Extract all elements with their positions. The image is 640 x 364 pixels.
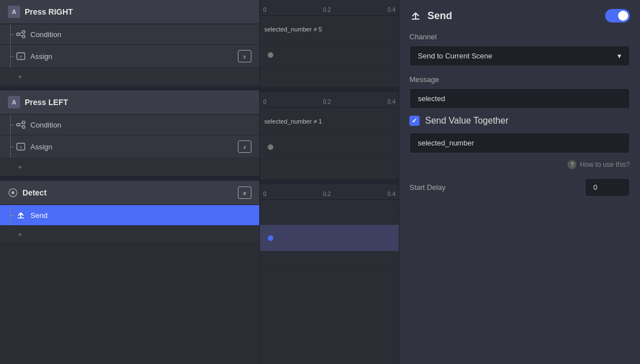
value-field[interactable]: selected_number bbox=[409, 133, 630, 153]
ruler-label-02-pl: 0.2 bbox=[323, 99, 331, 105]
right-panel: Send Channel Send to Current Scene ▾ Mes… bbox=[399, 0, 640, 364]
block-title-detect: Detect bbox=[22, 188, 47, 197]
assign-item-press-left[interactable]: x Assign x bbox=[0, 135, 259, 158]
letter-icon-press-left: A bbox=[8, 96, 20, 108]
send-value-together-row: Send Value Together bbox=[409, 116, 630, 126]
add-icon-detect: + bbox=[18, 230, 22, 239]
toggle-switch[interactable] bbox=[605, 9, 630, 22]
panel-send-label: Send bbox=[427, 10, 452, 22]
detect-icon bbox=[8, 188, 18, 198]
svg-point-7 bbox=[17, 124, 20, 126]
timeline-add-row-detect bbox=[260, 252, 399, 272]
message-field[interactable]: selected bbox=[409, 88, 630, 109]
timeline-condition-text-pr: selected_number ≠ 5 bbox=[264, 26, 322, 33]
x-box-icon-press-left[interactable]: x bbox=[238, 140, 251, 153]
start-delay-input[interactable]: 0 bbox=[585, 178, 630, 197]
svg-point-0 bbox=[17, 33, 20, 36]
assign-icon-press-left: x bbox=[16, 142, 26, 152]
timeline-dot-assign-pl bbox=[268, 144, 273, 150]
timeline-panel: 0 0.2 0.4 selected_number ≠ 5 0 0.2 0.4 … bbox=[260, 0, 399, 364]
ruler-label-02-d: 0.2 bbox=[323, 191, 331, 197]
send-value-checkbox[interactable] bbox=[409, 116, 420, 126]
add-item-press-left[interactable]: + bbox=[0, 158, 259, 176]
ruler-label-04-d: 0.4 bbox=[387, 191, 395, 197]
value-field-text: selected_number bbox=[418, 139, 474, 147]
timeline-dot-send bbox=[268, 235, 273, 241]
channel-value: Send to Current Scene bbox=[418, 52, 492, 60]
channel-dropdown[interactable]: Send to Current Scene ▾ bbox=[409, 46, 630, 66]
timeline-add-row-pl bbox=[260, 160, 399, 180]
panel-header: Send bbox=[409, 9, 630, 22]
block-title-press-right: Press RIGHT bbox=[25, 7, 73, 16]
send-item-detect[interactable]: Send bbox=[0, 205, 259, 226]
timeline-block-press-right: 0 0.2 0.4 selected_number ≠ 5 bbox=[260, 0, 399, 88]
ruler-press-right: 0 0.2 0.4 bbox=[260, 0, 399, 16]
start-delay-row: Start Delay 0 bbox=[409, 178, 630, 197]
x-box-icon-detect[interactable]: x bbox=[238, 186, 251, 199]
panel-title: Send bbox=[409, 10, 452, 22]
block-header-press-left[interactable]: A Press LEFT bbox=[0, 90, 259, 115]
chevron-down-icon: ▾ bbox=[618, 52, 621, 60]
svg-point-8 bbox=[22, 121, 25, 124]
svg-point-9 bbox=[22, 126, 25, 129]
timeline-condition-row-pr: selected_number ≠ 5 bbox=[260, 16, 399, 43]
message-label: Message bbox=[409, 75, 630, 84]
start-delay-value: 0 bbox=[593, 183, 597, 192]
assign-label-press-right: Assign bbox=[30, 52, 52, 61]
svg-line-10 bbox=[20, 123, 22, 125]
timeline-condition-text-pl: selected_number ≠ 1 bbox=[264, 118, 322, 125]
timeline-add-row-pr bbox=[260, 67, 399, 88]
ruler-label-0-pr: 0 bbox=[263, 7, 267, 13]
ruler-label-04-pr: 0.4 bbox=[387, 7, 395, 13]
timeline-dot-assign-pr bbox=[268, 52, 273, 58]
timeline-separator-1 bbox=[260, 88, 399, 92]
left-panel: A Press RIGHT Condition bbox=[0, 0, 260, 364]
svg-line-11 bbox=[20, 125, 22, 127]
add-item-press-right[interactable]: + bbox=[0, 68, 259, 86]
timeline-detect-header-row bbox=[260, 200, 399, 225]
condition-item-press-right[interactable]: Condition bbox=[0, 24, 259, 45]
block-title-press-left: Press LEFT bbox=[25, 98, 68, 107]
help-text: How to use this? bbox=[580, 161, 630, 169]
send-label-detect: Send bbox=[30, 211, 47, 220]
svg-text:x: x bbox=[19, 144, 22, 149]
svg-point-2 bbox=[22, 35, 25, 38]
block-press-right: A Press RIGHT Condition bbox=[0, 0, 259, 86]
condition-label-press-left: Condition bbox=[30, 121, 61, 129]
assign-label-press-left: Assign bbox=[30, 143, 52, 151]
timeline-block-detect: 0 0.2 0.4 bbox=[260, 184, 399, 272]
ruler-labels-press-left: 0 0.2 0.4 bbox=[263, 99, 395, 105]
message-value: selected bbox=[418, 94, 445, 103]
send-value-label: Send Value Together bbox=[425, 116, 508, 126]
help-row: ? How to use this? bbox=[409, 160, 630, 169]
block-press-left: A Press LEFT Condition bbox=[0, 90, 259, 176]
condition-item-press-left[interactable]: Condition bbox=[0, 115, 259, 135]
separator-1 bbox=[0, 86, 259, 90]
ruler-label-02-pr: 0.2 bbox=[323, 7, 331, 13]
timeline-separator-2 bbox=[260, 180, 399, 184]
ruler-detect: 0 0.2 0.4 bbox=[260, 184, 399, 200]
assign-item-press-right[interactable]: x Assign x bbox=[0, 45, 259, 68]
send-icon-detect bbox=[16, 210, 26, 220]
block-header-press-right[interactable]: A Press RIGHT bbox=[0, 0, 259, 24]
add-icon-press-right: + bbox=[18, 72, 22, 81]
timeline-assign-row-pr bbox=[260, 43, 399, 67]
condition-icon-press-left bbox=[16, 120, 26, 130]
block-detect: Detect x Send + bbox=[0, 181, 259, 244]
block-header-detect[interactable]: Detect x bbox=[0, 181, 259, 205]
timeline-send-row-detect bbox=[260, 225, 399, 252]
ruler-label-04-pl: 0.4 bbox=[387, 99, 395, 105]
add-item-detect[interactable]: + bbox=[0, 226, 259, 244]
ruler-label-0-d: 0 bbox=[263, 191, 267, 197]
svg-text:x: x bbox=[19, 53, 22, 59]
start-delay-label: Start Delay bbox=[409, 183, 445, 192]
ruler-label-0-pl: 0 bbox=[263, 99, 267, 105]
condition-label-press-right: Condition bbox=[30, 30, 61, 39]
timeline-block-press-left: 0 0.2 0.4 selected_number ≠ 1 bbox=[260, 92, 399, 180]
x-box-icon-press-right[interactable]: x bbox=[238, 50, 251, 62]
svg-line-3 bbox=[20, 33, 22, 34]
help-icon[interactable]: ? bbox=[567, 160, 576, 169]
ruler-labels-press-right: 0 0.2 0.4 bbox=[263, 7, 395, 13]
ruler-press-left: 0 0.2 0.4 bbox=[260, 92, 399, 108]
separator-2 bbox=[0, 176, 259, 181]
